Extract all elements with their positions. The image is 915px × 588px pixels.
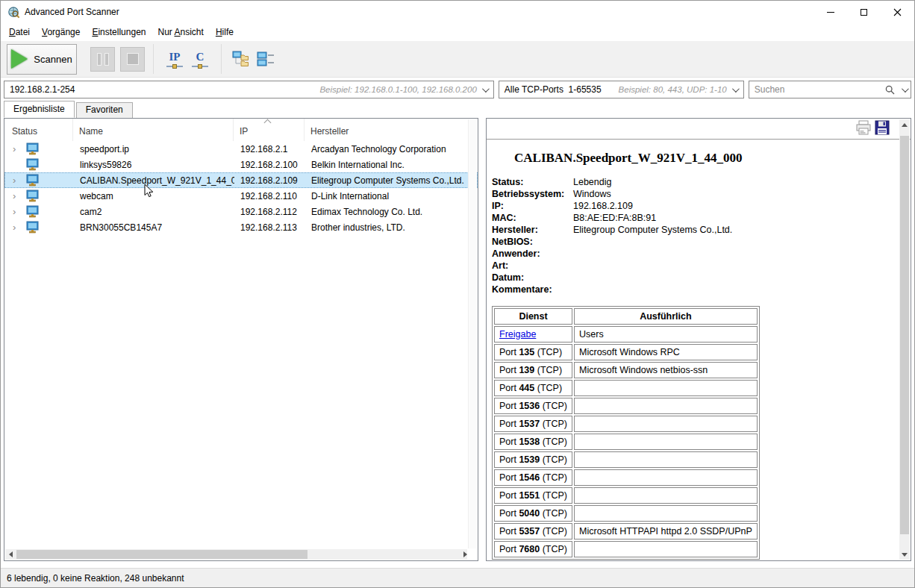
detail-field-label: Kommentare:: [492, 284, 573, 295]
service-cell: Port 7680 (TCP): [494, 541, 572, 557]
detail-field: IP:192.168.2.109: [492, 200, 899, 212]
vendor-cell: Arcadyan Technology Corporation: [305, 144, 477, 154]
status-bar: 6 lebendig, 0 keine Reaktion, 248 unbeka…: [1, 568, 914, 587]
main-area: Status Name IP Hersteller ›speedport.ip1…: [1, 118, 914, 566]
port-row: Port 1546 (TCP): [494, 469, 758, 486]
list-view-button[interactable]: [254, 44, 278, 74]
print-button[interactable]: [855, 120, 872, 138]
vendor-cell: D-Link International: [305, 191, 477, 201]
tab-ergebnisliste[interactable]: Ergebnisliste: [4, 101, 75, 118]
result-row[interactable]: ›webcam192.168.2.110D-Link International: [4, 188, 478, 204]
search-dropdown-button[interactable]: [897, 81, 911, 98]
port-row: Port 7680 (TCP): [494, 541, 758, 557]
vertical-scrollbar-track[interactable]: [468, 119, 477, 548]
ports-combobox[interactable]: Alle TCP-Ports 1-65535 Beispiel: 80, 443…: [499, 81, 744, 98]
detail-field: NetBIOS:: [492, 236, 899, 248]
maximize-button[interactable]: [847, 1, 881, 23]
port-row: Port 5357 (TCP)Microsoft HTTPAPI httpd 2…: [494, 523, 758, 539]
vendor-cell: Edimax Technology Co. Ltd.: [305, 207, 477, 217]
scroll-left-button[interactable]: [5, 551, 16, 557]
scroll-up-button[interactable]: [899, 119, 910, 130]
expand-chevron-icon[interactable]: ›: [13, 175, 23, 185]
detail-field: Anwender:: [492, 248, 899, 260]
scroll-down-button[interactable]: [899, 549, 910, 560]
detail-field: Status:Lebendig: [492, 176, 899, 188]
detail-cell: [574, 398, 758, 414]
detail-field-label: Betriebssystem:: [492, 188, 573, 200]
vendor-cell: Belkin International Inc.: [305, 160, 477, 170]
chevron-down-icon: [732, 85, 740, 93]
column-header-status[interactable]: Status: [4, 119, 73, 141]
class-c-scan-button[interactable]: C: [187, 44, 213, 74]
detail-cell: [574, 434, 758, 450]
column-header-name[interactable]: Name: [73, 119, 234, 141]
column-header-hersteller[interactable]: Hersteller: [305, 119, 478, 141]
result-row[interactable]: ›CALIBAN.Speedport_W_921V_1_44_000192.16…: [4, 172, 478, 188]
minimize-button[interactable]: [813, 1, 847, 23]
menu-bar: DateiVorgängeEinstellungenNur AnsichtHil…: [1, 23, 914, 41]
search-input[interactable]: [755, 84, 882, 95]
expand-chevron-icon[interactable]: ›: [13, 144, 23, 154]
scroll-right-button[interactable]: [457, 551, 467, 557]
ports-header-dienst: Dienst: [494, 308, 572, 325]
chevron-down-icon: [901, 85, 908, 93]
column-header-ip[interactable]: IP: [234, 119, 305, 141]
minimize-icon: [827, 12, 834, 13]
tree-view-button[interactable]: [230, 44, 254, 74]
details-vertical-scrollbar[interactable]: [899, 119, 910, 560]
search-box[interactable]: [749, 81, 911, 98]
detail-field-value: Elitegroup Computer Systems Co.,Ltd.: [573, 224, 732, 236]
app-window: Advanced Port Scanner DateiVorgängeEinst…: [0, 0, 915, 588]
sort-ascending-icon: [264, 119, 272, 127]
service-cell: Port 5357 (TCP): [494, 523, 572, 539]
close-icon: [893, 8, 902, 16]
scan-button[interactable]: Scannen: [7, 44, 77, 75]
menu-nur-ansicht[interactable]: Nur Ansicht: [152, 24, 210, 40]
status-cell: ›: [5, 174, 74, 187]
detail-field-label: Art:: [492, 260, 573, 272]
service-cell: Port 139 (TCP): [494, 362, 572, 378]
expand-chevron-icon[interactable]: ›: [13, 222, 23, 232]
menu-datei[interactable]: Datei: [3, 24, 36, 40]
share-link[interactable]: Freigabe: [499, 329, 536, 340]
result-row[interactable]: linksys59826192.168.2.100Belkin Internat…: [4, 157, 478, 172]
device-fields: Status:LebendigBetriebssystem:WindowsIP:…: [492, 176, 899, 295]
horizontal-scrollbar-thumb[interactable]: [16, 550, 307, 559]
service-cell: Port 135 (TCP): [494, 344, 572, 360]
save-button[interactable]: [875, 120, 890, 138]
port-row: Port 135 (TCP)Microsoft Windows RPC: [494, 344, 758, 360]
result-row[interactable]: ›speedport.ip192.168.2.1Arcadyan Technol…: [4, 141, 478, 157]
detail-field-value: Lebendig: [573, 176, 611, 188]
result-row[interactable]: ›BRN30055CB145A7192.168.2.113Brother ind…: [4, 219, 478, 235]
scroll-left-icon: [9, 551, 13, 557]
stop-button[interactable]: [120, 47, 145, 72]
toolbar: Scannen IP C: [1, 41, 914, 78]
close-button[interactable]: [881, 1, 914, 23]
menu-einstellungen[interactable]: Einstellungen: [86, 24, 152, 40]
vertical-scrollbar-thumb[interactable]: [900, 136, 909, 534]
port-row: Port 1539 (TCP): [494, 451, 758, 468]
computer-icon: [26, 158, 39, 171]
detail-field-label: Status:: [492, 176, 573, 188]
pause-button[interactable]: [90, 47, 115, 72]
service-cell: Freigabe: [494, 326, 572, 343]
tab-bar: ErgebnislisteFavoriten: [1, 101, 914, 118]
ip-range-combobox[interactable]: 192.168.2.1-254 Beispiel: 192.168.0.1-10…: [4, 81, 494, 98]
expand-chevron-icon[interactable]: ›: [13, 207, 23, 216]
service-cell: Port 445 (TCP): [494, 380, 572, 396]
ip-scan-button[interactable]: IP: [162, 44, 187, 74]
ip-range-dropdown-button[interactable]: [477, 81, 493, 98]
computer-icon: [26, 143, 39, 155]
detail-field-label: Hersteller:: [492, 224, 573, 236]
menu-hilfe[interactable]: Hilfe: [210, 24, 240, 40]
port-row: Port 1538 (TCP): [494, 434, 758, 450]
pause-icon: [97, 53, 109, 66]
ports-dropdown-button[interactable]: [727, 81, 743, 98]
detail-field: Datum:: [492, 272, 899, 284]
vendor-cell: Brother industries, LTD.: [305, 222, 477, 233]
menu-vorg-nge[interactable]: Vorgänge: [36, 24, 86, 40]
horizontal-scrollbar[interactable]: [5, 549, 467, 560]
expand-chevron-icon[interactable]: ›: [13, 191, 23, 201]
result-row[interactable]: ›cam2192.168.2.112Edimax Technology Co. …: [4, 204, 478, 219]
tab-favoriten[interactable]: Favoriten: [76, 102, 133, 118]
